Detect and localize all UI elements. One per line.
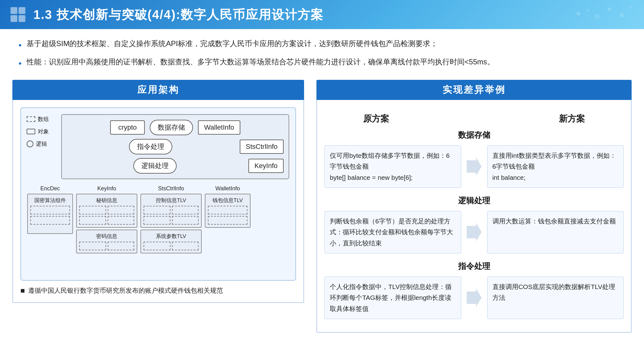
arch-lower: EncDec KeyInfo StsCtrlInfo WalletInfo 国密… [27,185,289,253]
wallet-info-rect: WalletInfo [198,120,240,135]
compare-arrow-3 [467,277,482,319]
secret-info-label: 秘钥信息 [79,197,134,204]
password-info-label: 密码信息 [79,233,134,240]
compare-row-logic: 判断钱包余额（6字节）是否充足的处理方式：循环比较支付金额和钱包余额每字节大小，… [324,211,624,253]
lower-label-stsctrl: StsCtrlInfo [140,185,202,192]
keyinfo-grid-bottom [79,242,134,250]
keyinfo-col: 秘钥信息 密码信息 [76,194,137,253]
legend-solid-rect-icon [27,129,35,134]
stsctrl-cell-1 [144,206,170,214]
arch-mid-row: 指令处理 StsCtrlInfo [67,139,284,154]
right-panel-header: 实现差异举例 [316,80,632,100]
legend-label-array: 数组 [38,114,49,125]
right-panel: 实现差异举例 原方案 新方案 数据存储 仅可用byte数组存储多字节数据，例如：… [316,80,632,333]
legend-item-object: 对象 [27,126,49,137]
left-panel-header: 应用架构 [12,80,304,100]
compare-original-data-storage: 仅可用byte数组存储多字节数据，例如：6字节钱包金额 byte[] balan… [324,145,461,188]
bullet-item-2: • 性能：识别应用中高频使用的证书解析、数据查找、多字节大数运算等场景结合芯片硬… [19,56,625,71]
bullet-dot-2: • [19,57,22,71]
svg-rect-3 [19,15,25,22]
keyinfo-cell-2 [108,206,135,214]
keyinfo-box-top: 秘钥信息 [76,194,137,228]
compare-row-data-storage: 仅可用byte数组存储多字节数据，例如：6字节钱包金额 byte[] balan… [324,145,624,188]
keyinfo-cell-3 [79,216,106,225]
stsctrl-grid-top [144,206,199,225]
header-decoration [572,4,634,25]
stsctrl-cell-3 [144,216,170,225]
walletinfo-col: 钱包信息TLV [205,194,251,228]
bullet-text-2: 性能：识别应用中高频使用的证书解析、数据查找、多字节大数运算等场景结合芯片硬件能… [27,56,495,68]
svg-marker-12 [467,288,482,307]
svg-rect-1 [19,7,25,14]
keyinfo-pw-cell-2 [108,242,135,250]
svg-rect-2 [11,15,17,22]
header: 1.3 技术创新与突破(4/4):数字人民币应用设计方案 [0,0,644,29]
stsctrl-box-bottom: 系统参数TLV [140,230,202,253]
section-title-cmd: 指令处理 [324,259,624,274]
arch-bottom-row: 逻辑处理 KeyInfo [67,158,284,174]
sts-ctrl-rect: StsCtrlInfo [240,140,284,154]
svg-point-8 [620,13,624,17]
svg-rect-0 [11,7,17,14]
section-title-logic: 逻辑处理 [324,193,624,208]
legend-circle-icon [27,140,33,147]
bullets-section: • 基于超级SIM的技术框架、自定义操作系统API标准，完成数字人民币卡应用的方… [0,29,644,80]
compare-new-cmd: 直接调用COS底层实现的数据解析TLV处理方法 [487,277,624,319]
stsctrl-sys-cell-2 [172,242,199,250]
keyinfo-cell-1 [79,206,106,214]
arch-top-row: crypto 数据存储 WalletInfo [67,120,284,135]
legend-label-object: 对象 [38,126,49,137]
encdec-col: 国密算法组件 [27,194,73,234]
compare-section-logic: 逻辑处理 判断钱包余额（6字节）是否充足的处理方式：循环比较支付金额和钱包余额每… [324,193,624,253]
compare-section-data-storage: 数据存储 仅可用byte数组存储多字节数据，例如：6字节钱包金额 byte[] … [324,128,624,188]
lower-label-row: EncDec KeyInfo StsCtrlInfo WalletInfo [27,185,289,192]
bullet-dot-1: • [19,38,22,52]
keyinfo-cell-4 [108,216,135,225]
keyinfo-pw-cell-1 [79,242,106,250]
arch-note-text: 遵循中国人民银行数字货币研究所发布的账户模式硬件钱包相关规范 [28,286,223,295]
compare-new-logic: 调用大数运算：钱包余额直接减去支付金额 [487,211,624,253]
data-storage-oval: 数据存储 [150,120,193,135]
compare-header: 原方案 新方案 [324,107,624,128]
arch-note: ■ 遵循中国人民银行数字货币研究所发布的账户模式硬件钱包相关规范 [20,286,296,295]
ctrl-info-tlv-label: 控制信息TLV [144,197,199,204]
svg-point-5 [586,9,589,12]
arch-diagram: 数组 对象 逻辑 crypto 数据存储 [20,107,296,281]
stsctrl-sys-cell-1 [144,242,170,250]
logo-icon [10,6,26,23]
encdec-dashed-1 [30,206,70,214]
encdec-box: 国密算法组件 [27,194,73,234]
cmd-process-oval: 指令处理 [129,139,172,154]
left-panel-body: 数组 对象 逻辑 crypto 数据存储 [12,100,304,303]
walletinfo-box: 钱包信息TLV [205,194,251,228]
left-panel: 应用架构 数组 对象 逻辑 [12,80,304,333]
logic-process-oval: 逻辑处理 [133,158,177,174]
svg-marker-11 [467,223,482,241]
legend-item-logic: 逻辑 [27,138,49,149]
crypto-box: crypto [110,120,145,135]
key-info-rect: KeyInfo [248,159,284,173]
keyinfo-box-bottom: 密码信息 [76,230,137,253]
legend-dashed-rect-icon [27,116,35,122]
col-new-label: 新方案 [559,113,585,125]
stsctrl-cell-2 [172,206,199,214]
legend: 数组 对象 逻辑 [27,114,49,151]
bullet-item-1: • 基于超级SIM的技术框架、自定义操作系统API标准，完成数字人民币卡应用的方… [19,38,625,52]
col-original-label: 原方案 [363,113,389,125]
stsctrl-box-top: 控制信息TLV [140,194,202,228]
main-content: 应用架构 数组 对象 逻辑 [0,80,644,339]
compare-row-cmd: 个人化指令数据中，TLV控制信息处理：循环判断每个TAG标签，并根据length… [324,277,624,319]
legend-label-logic: 逻辑 [36,138,47,149]
wallet-info-tlv-label: 钱包信息TLV [208,197,247,204]
svg-marker-10 [467,157,482,176]
arch-center-box: crypto 数据存储 WalletInfo 指令处理 StsCtrlInfo [61,114,289,179]
legend-item-array: 数组 [27,114,49,125]
svg-point-9 [630,6,632,9]
compare-original-cmd: 个人化指令数据中，TLV控制信息处理：循环判断每个TAG标签，并根据length… [324,277,461,319]
compare-original-logic: 判断钱包余额（6字节）是否充足的处理方式：循环比较支付金额和钱包余额每字节大小，… [324,211,461,253]
right-panel-body: 原方案 新方案 数据存储 仅可用byte数组存储多字节数据，例如：6字节钱包金额… [316,100,632,333]
note-bullet-icon: ■ [20,286,25,295]
stsctrl-col: 控制信息TLV 系统参数TLV [140,194,202,253]
page-title: 1.3 技术创新与突破(4/4):数字人民币应用设计方案 [33,6,324,23]
lower-label-encdec: EncDec [27,185,73,192]
